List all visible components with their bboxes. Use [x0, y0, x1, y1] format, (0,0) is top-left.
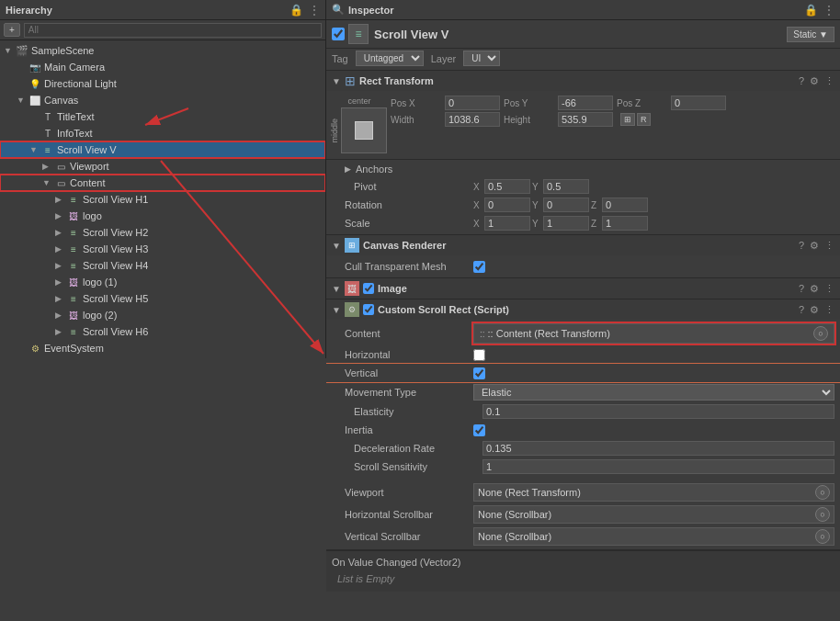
h-scrollbar-picker[interactable]: ○ — [815, 507, 830, 522]
blueprint-btn[interactable]: ⊞ — [620, 113, 635, 126]
anchors-row: ▶ Anchors — [326, 159, 840, 177]
scale-x-input[interactable] — [484, 216, 530, 231]
settings-icon-cs[interactable]: ⚙ — [810, 304, 819, 316]
middle-label: middle — [330, 119, 339, 143]
tree-item-directionallight[interactable]: 💡 Directional Light — [0, 75, 325, 92]
add-button[interactable]: + — [4, 23, 20, 37]
help-icon-cr[interactable]: ? — [799, 240, 804, 252]
image-active[interactable] — [363, 283, 374, 294]
on-value-changed-section: On Value Changed (Vector2) List is Empty — [326, 550, 840, 592]
scale-z-input[interactable] — [602, 216, 648, 231]
hierarchy-title: Hierarchy — [6, 5, 52, 16]
arrow-scrollviewh4: ▶ — [55, 261, 66, 270]
on-value-changed-header: On Value Changed (Vector2) — [332, 555, 834, 570]
cull-row: Cull Transparent Mesh — [326, 257, 840, 276]
posy-input[interactable] — [558, 96, 613, 110]
tree-item-content[interactable]: ▼ ▭ Content — [0, 175, 325, 191]
tree-item-scrollviewh3[interactable]: ▶ ≡ Scroll View H3 — [0, 241, 325, 257]
arrow-samplescene: ▼ — [4, 46, 15, 55]
inertia-row: Inertia — [326, 421, 840, 439]
r-btn[interactable]: R — [637, 113, 651, 126]
lock-icon[interactable]: 🔒 — [289, 4, 303, 17]
canvas-renderer-header[interactable]: ▼ ⊞ Canvas Renderer ? ⚙ ⋮ — [326, 235, 840, 255]
pivot-label: Pivot — [345, 181, 473, 192]
height-input[interactable] — [558, 112, 613, 127]
tree-item-scrollviewh1[interactable]: ▶ ≡ Scroll View H1 — [0, 191, 325, 208]
help-icon-img[interactable]: ? — [799, 283, 804, 295]
v-scrollbar-row: Vertical Scrollbar None (Scrollbar) ○ — [326, 525, 840, 548]
posx-input[interactable] — [445, 96, 500, 110]
tree-item-scrollviewh2[interactable]: ▶ ≡ Scroll View H2 — [0, 224, 325, 241]
rot-y-input[interactable] — [543, 198, 589, 212]
layer-select[interactable]: UI — [463, 51, 500, 66]
object-active-checkbox[interactable] — [332, 28, 345, 40]
viewport-picker-btn[interactable]: ○ — [815, 485, 830, 500]
vertical-checkbox[interactable] — [473, 367, 485, 379]
tree-item-scrollviewh6[interactable]: ▶ ≡ Scroll View H6 — [0, 323, 325, 340]
tree-item-samplescene[interactable]: ▼ 🎬 SampleScene — [0, 42, 325, 59]
cull-checkbox[interactable] — [473, 261, 485, 273]
custom-scroll-active[interactable] — [363, 304, 374, 315]
help-icon-rect[interactable]: ? — [799, 75, 804, 87]
rect-transform-header[interactable]: ▼ ⊞ Rect Transform ? ⚙ ⋮ — [326, 71, 840, 91]
custom-scroll-icon: ⚙ — [345, 302, 359, 317]
rot-y-label: Y — [532, 200, 541, 210]
width-input[interactable] — [445, 112, 500, 127]
rot-x-input[interactable] — [484, 198, 530, 212]
menu-icon-inspector[interactable]: ⋮ — [823, 4, 834, 17]
wh-row: Width Height ⊞ R — [387, 111, 834, 128]
posz-input[interactable] — [671, 96, 726, 110]
scale-label: Scale — [345, 218, 473, 229]
more-icon-cs[interactable]: ⋮ — [824, 304, 834, 316]
settings-icon-cr[interactable]: ⚙ — [810, 240, 819, 252]
help-icon-cs[interactable]: ? — [799, 304, 804, 316]
settings-icon-img[interactable]: ⚙ — [810, 283, 819, 295]
tree-item-eventsystem[interactable]: ⚙ EventSystem — [0, 340, 325, 356]
inertia-checkbox[interactable] — [473, 424, 485, 436]
tree-item-canvas[interactable]: ▼ ⬜ Canvas — [0, 92, 325, 108]
lock-icon-inspector[interactable]: 🔒 — [804, 4, 818, 17]
rect-visual: center middle — [332, 95, 387, 157]
label-maincamera: Main Camera — [44, 62, 105, 73]
image-header[interactable]: ▼ 🖼 Image ? ⚙ ⋮ — [326, 278, 840, 299]
menu-icon[interactable]: ⋮ — [309, 4, 320, 17]
tree-item-scrollviewh4[interactable]: ▶ ≡ Scroll View H4 — [0, 257, 325, 274]
v-scrollbar-picker[interactable]: ○ — [815, 529, 830, 544]
tree-item-maincamera[interactable]: 📷 Main Camera — [0, 59, 325, 75]
horizontal-checkbox[interactable] — [473, 349, 485, 361]
tree-item-logo1[interactable]: ▶ 🖼 logo (1) — [0, 274, 325, 290]
tree-item-logo[interactable]: ▶ 🖼 logo — [0, 208, 325, 224]
scale-y-input[interactable] — [543, 216, 589, 231]
more-icon-rect[interactable]: ⋮ — [824, 75, 834, 87]
tree-item-titletext[interactable]: T TitleText — [0, 108, 325, 125]
inspector-header: 🔍 Inspector 🔒 ⋮ — [326, 0, 840, 20]
search-input[interactable] — [24, 23, 322, 38]
arrow-viewport: ▶ — [42, 162, 53, 171]
rect-inner — [355, 121, 373, 140]
arrow-scrollviewh5: ▶ — [55, 294, 66, 303]
tree-item-logo2[interactable]: ▶ 🖼 logo (2) — [0, 307, 325, 323]
elasticity-input[interactable] — [482, 404, 834, 419]
rect-widget[interactable] — [341, 107, 387, 153]
pivot-x-input[interactable] — [484, 179, 530, 194]
arrow-content: ▼ — [42, 178, 53, 187]
settings-icon-rect[interactable]: ⚙ — [810, 75, 819, 87]
more-icon-cr[interactable]: ⋮ — [824, 240, 834, 252]
h-scrollbar-label: Horizontal Scrollbar — [345, 509, 473, 520]
tree-item-viewport[interactable]: ▶ ▭ Viewport — [0, 158, 325, 175]
rot-z-input[interactable] — [602, 198, 648, 212]
pivot-y-input[interactable] — [543, 179, 589, 194]
tree-item-scrollviewh5[interactable]: ▶ ≡ Scroll View H5 — [0, 290, 325, 307]
static-button[interactable]: Static ▼ — [787, 27, 834, 42]
deceleration-input[interactable] — [482, 441, 834, 456]
content-picker-btn[interactable]: ○ — [813, 326, 828, 341]
tree-item-scrollviewv[interactable]: ▼ ≡ Scroll View V — [0, 141, 325, 158]
tag-select[interactable]: Untagged — [356, 51, 424, 66]
movement-type-select[interactable]: Elastic — [473, 384, 834, 401]
tree-item-infotext[interactable]: T InfoText — [0, 125, 325, 141]
more-icon-img[interactable]: ⋮ — [824, 283, 834, 295]
scroll-icon-h3: ≡ — [66, 242, 81, 256]
scale-z-label: Z — [591, 219, 600, 229]
scroll-sensitivity-input[interactable] — [482, 459, 834, 474]
custom-scroll-header[interactable]: ▼ ⚙ Custom Scroll Rect (Script) ? ⚙ ⋮ — [326, 299, 840, 320]
